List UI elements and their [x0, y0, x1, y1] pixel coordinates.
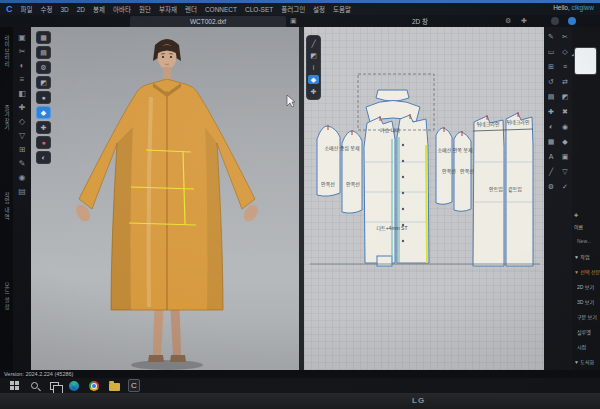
text-tool-icon[interactable]: A [549, 153, 554, 161]
contrast-icon[interactable]: ◐ [549, 123, 553, 131]
viewport-2d[interactable]: ╱ ◩ i ◆ ✚ [304, 27, 544, 370]
account-greeting[interactable]: Hello, cikgiww [553, 4, 594, 11]
file-explorer-icon[interactable] [108, 380, 120, 392]
menu-item-settings[interactable]: 설정 [313, 4, 325, 14]
menu-item-edit[interactable]: 수정 [40, 4, 52, 14]
render-icon[interactable]: ▤ [36, 46, 51, 59]
viewport-3d[interactable]: ▦ ▤ ⚙ ◩ ● ◆ ✚ ● ◐ [31, 27, 299, 370]
menu-item-help[interactable]: 도움말 [333, 4, 351, 14]
swap-icon[interactable]: ⇄ [562, 78, 568, 86]
menu-item-clo-set[interactable]: CLO-SET [245, 6, 273, 13]
titlebar-dot-icon[interactable] [551, 17, 559, 25]
library-item-icon[interactable]: ▣ [18, 33, 26, 42]
add-icon[interactable]: ✚ [306, 87, 321, 96]
library-item-icon[interactable]: ◉ [19, 173, 26, 182]
dart-tool-icon[interactable]: ◇ [562, 48, 567, 56]
garment-display-icon[interactable]: ◩ [36, 76, 51, 89]
library-item-icon[interactable]: ◐ [20, 61, 25, 70]
rail-tab-library[interactable]: 라이브러리 [3, 35, 11, 68]
search-icon[interactable] [28, 380, 40, 392]
rail-tab-mode[interactable]: 모드 설정 [3, 282, 11, 311]
start-button[interactable] [8, 380, 20, 392]
rail-tab-favorites[interactable]: 즐겨찾기 [3, 105, 11, 131]
avatar-display-icon[interactable]: ● [36, 91, 51, 104]
property-section[interactable]: ▼ 작업 [574, 253, 600, 261]
library-item-icon[interactable]: ▽ [19, 131, 25, 140]
garment-icon[interactable]: ◩ [306, 51, 321, 60]
pattern-band[interactable] [377, 256, 392, 266]
clo-app-icon[interactable]: C [128, 380, 140, 392]
scissors-icon[interactable]: ✂ [19, 47, 26, 56]
pattern-sleeve-left-2[interactable] [342, 131, 362, 213]
add-fabric-button[interactable]: ✚ [574, 212, 600, 220]
pattern-sleeve-right-1[interactable] [436, 128, 452, 204]
property-section[interactable]: ▼ 선택 선분 [574, 268, 600, 276]
library-item-icon[interactable]: ◧ [18, 89, 26, 98]
grid-icon[interactable]: ⊞ [19, 145, 26, 154]
avatar-3d[interactable] [31, 27, 299, 370]
add-icon[interactable]: ✚ [548, 108, 554, 116]
pattern-canvas[interactable]: 소매산 중심 봉제 안쪽선 안쪽선 가슴 나비 소매산 안쪽 봉제 안쪽선 안쪽… [304, 27, 544, 370]
pen-icon[interactable]: ✎ [548, 33, 554, 41]
menu-item-plugin[interactable]: 플러그인 [281, 4, 305, 14]
pattern-front-left[interactable] [364, 117, 395, 263]
chrome-icon[interactable] [88, 380, 100, 392]
menu-item-3d[interactable]: 3D [60, 6, 68, 13]
menu-item-fabric[interactable]: 원단 [139, 4, 151, 14]
menu-item-render[interactable]: 렌더 [185, 4, 197, 14]
pattern-collar-stand[interactable] [376, 90, 409, 101]
rail-tab-history[interactable]: 작업 내역 [3, 192, 11, 221]
menu-item-avatar[interactable]: 아바타 [113, 4, 131, 14]
flip-icon[interactable]: ▽ [562, 168, 567, 176]
layers-icon[interactable]: ▤ [548, 93, 555, 101]
panel-menu-icon[interactable]: ▣ [290, 16, 297, 26]
pattern-grid-icon[interactable]: ▦ [548, 138, 555, 146]
diamond-icon[interactable]: ◆ [562, 138, 567, 146]
titlebar-account-icon[interactable] [568, 17, 576, 25]
property-row[interactable]: 3D 보기 [577, 298, 600, 306]
list-tool-icon[interactable]: ≡ [563, 63, 567, 71]
delete-icon[interactable]: ✖ [562, 108, 568, 116]
menu-item-2d[interactable]: 2D [77, 6, 85, 13]
list-icon[interactable]: ≡ [20, 75, 25, 84]
library-item-icon[interactable]: ▤ [18, 187, 26, 196]
fabric-swatch[interactable] [575, 48, 596, 74]
garment-icon[interactable]: ◩ [562, 93, 569, 101]
property-section[interactable]: ▼ 도식화 [574, 358, 600, 366]
pin-icon[interactable]: ● [36, 136, 51, 149]
task-view-icon[interactable] [48, 380, 60, 392]
pen-icon[interactable]: ✎ [19, 159, 26, 168]
scissors-icon[interactable]: ✂ [562, 33, 568, 41]
menu-item-sewing[interactable]: 봉제 [93, 4, 105, 14]
gear-icon[interactable]: ⚙ [505, 16, 511, 26]
library-item-icon[interactable]: ◇ [19, 117, 25, 126]
undo-icon[interactable]: ↺ [548, 78, 554, 86]
gear-icon[interactable]: ⚙ [548, 183, 554, 191]
add-icon[interactable]: ✚ [36, 121, 51, 134]
property-row[interactable]: 실루엣 [577, 328, 600, 336]
menu-item-file[interactable]: 파일 [21, 4, 33, 14]
menu-item-trim[interactable]: 부자재 [159, 4, 177, 14]
menu-item-connect[interactable]: CONNECT [205, 6, 237, 13]
target-icon[interactable]: ◉ [562, 123, 568, 131]
pattern-front-right[interactable] [397, 115, 429, 263]
property-row[interactable]: 시접 [577, 343, 600, 351]
check-icon[interactable]: ✓ [562, 183, 568, 191]
active-tool-icon[interactable]: ◆ [36, 106, 51, 119]
shading-icon[interactable]: ◐ [36, 151, 51, 164]
gear-icon[interactable]: ⚙ [36, 61, 51, 74]
garment-file-tab[interactable]: WCT002.dxf [130, 16, 286, 27]
pattern-pieces[interactable] [317, 90, 533, 266]
pen-icon[interactable]: ╱ [306, 39, 321, 48]
info-icon[interactable]: i [306, 63, 321, 72]
grid-tool-icon[interactable]: ⊞ [548, 63, 554, 71]
plus-icon[interactable]: ✚ [521, 16, 527, 26]
property-row[interactable]: New... [577, 238, 600, 246]
property-row[interactable]: 구분 보기 [577, 313, 600, 321]
edge-icon[interactable] [68, 380, 80, 392]
rect-tool-icon[interactable]: ▭ [548, 48, 555, 56]
active-tool-icon[interactable]: ◆ [308, 75, 319, 84]
property-row[interactable]: 2D 보기 [577, 283, 600, 291]
add-icon[interactable]: ✚ [19, 103, 26, 112]
line-tool-icon[interactable]: ╱ [549, 168, 553, 176]
